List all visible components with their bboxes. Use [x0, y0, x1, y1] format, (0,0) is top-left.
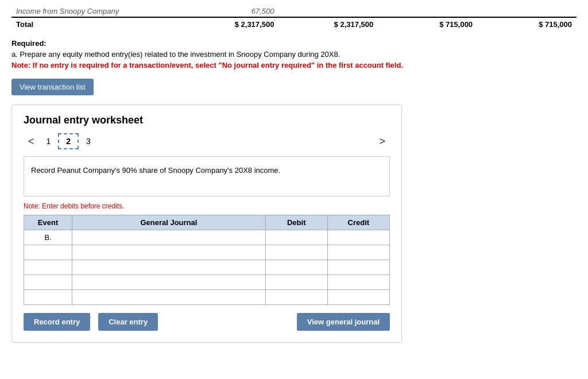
event-cell-4	[24, 275, 72, 290]
debit-input-1[interactable]	[269, 233, 324, 242]
col-header-debit: Debit	[265, 215, 327, 230]
table-row: B.	[24, 230, 390, 245]
gen-journal-input-1[interactable]	[76, 233, 262, 242]
gen-journal-input-4[interactable]	[76, 278, 262, 287]
part-a: a. Prepare any equity method entry(ies) …	[11, 50, 577, 59]
tab-nav-left[interactable]: <	[24, 134, 39, 149]
debit-cell-4[interactable]	[265, 275, 327, 290]
record-entry-button[interactable]: Record entry	[24, 313, 90, 331]
tab-navigation: < 1 2 3 >	[24, 133, 390, 149]
worksheet-container: Journal entry worksheet < 1 2 3 > Record…	[11, 105, 402, 343]
income-col2	[278, 6, 378, 17]
income-col3	[378, 6, 477, 17]
debit-cell-3[interactable]	[265, 260, 327, 275]
gen-journal-input-5[interactable]	[76, 293, 262, 301]
debit-input-4[interactable]	[269, 278, 324, 287]
gen-journal-input-3[interactable]	[76, 263, 262, 272]
description-box: Record Peanut Company's 90% share of Sno…	[24, 156, 390, 196]
part-a-text: Prepare any equity method entry(ies) rel…	[20, 50, 340, 59]
top-table: Income from Snoopy Company 67,500 Total …	[11, 6, 577, 30]
income-label: Income from Snoopy Company	[11, 6, 180, 17]
event-cell-1: B.	[24, 230, 72, 245]
table-row	[24, 275, 390, 290]
view-general-journal-button[interactable]: View general journal	[297, 313, 390, 331]
debit-cell-5[interactable]	[265, 290, 327, 305]
gen-journal-cell-1[interactable]	[72, 230, 266, 245]
worksheet-title: Journal entry worksheet	[24, 114, 390, 126]
debit-input-5[interactable]	[269, 293, 324, 301]
note-debits: Note: Enter debits before credits.	[24, 202, 390, 210]
tab-nav-right[interactable]: >	[374, 134, 390, 149]
col-header-event: Event	[24, 215, 72, 230]
credit-input-4[interactable]	[331, 278, 386, 287]
credit-input-1[interactable]	[331, 233, 386, 242]
total-label: Total	[11, 17, 180, 30]
credit-cell-2[interactable]	[327, 245, 389, 260]
credit-cell-5[interactable]	[327, 290, 389, 305]
credit-cell-3[interactable]	[327, 260, 389, 275]
col-header-credit: Credit	[327, 215, 389, 230]
gen-journal-cell-4[interactable]	[72, 275, 266, 290]
debit-cell-2[interactable]	[265, 245, 327, 260]
credit-input-5[interactable]	[331, 293, 386, 301]
total-col2: $ 2,317,500	[278, 17, 378, 30]
gen-journal-cell-2[interactable]	[72, 245, 266, 260]
view-transaction-button[interactable]: View transaction list	[11, 79, 94, 95]
event-cell-5	[24, 290, 72, 305]
table-row	[24, 290, 390, 305]
gen-journal-cell-5[interactable]	[72, 290, 266, 305]
table-row	[24, 245, 390, 260]
button-row: Record entry Clear entry View general jo…	[24, 313, 390, 331]
credit-cell-4[interactable]	[327, 275, 389, 290]
required-section: Required: a. Prepare any equity method e…	[11, 39, 577, 69]
table-row	[24, 260, 390, 275]
event-cell-2	[24, 245, 72, 260]
clear-entry-button[interactable]: Clear entry	[98, 313, 158, 331]
event-cell-3	[24, 260, 72, 275]
income-col4	[477, 6, 577, 17]
journal-table: Event General Journal Debit Credit B.	[24, 215, 390, 305]
tab-1[interactable]: 1	[39, 134, 59, 149]
tab-2[interactable]: 2	[58, 133, 79, 149]
tab-3[interactable]: 3	[79, 134, 98, 149]
total-col4: $ 715,000	[477, 17, 577, 30]
required-label: Required:	[11, 39, 577, 48]
debit-cell-1[interactable]	[265, 230, 327, 245]
note-red: Note: If no entry is required for a tran…	[11, 61, 577, 69]
col-header-general-journal: General Journal	[72, 215, 266, 230]
debit-input-3[interactable]	[269, 263, 324, 272]
credit-input-3[interactable]	[331, 263, 386, 272]
total-col3: $ 715,000	[378, 17, 477, 30]
part-a-prefix: a.	[11, 50, 18, 59]
total-col1: $ 2,317,500	[180, 17, 279, 30]
income-col1: 67,500	[180, 6, 279, 17]
gen-journal-cell-3[interactable]	[72, 260, 266, 275]
debit-input-2[interactable]	[269, 248, 324, 257]
credit-cell-1[interactable]	[327, 230, 389, 245]
credit-input-2[interactable]	[331, 248, 386, 257]
gen-journal-input-2[interactable]	[76, 248, 262, 257]
